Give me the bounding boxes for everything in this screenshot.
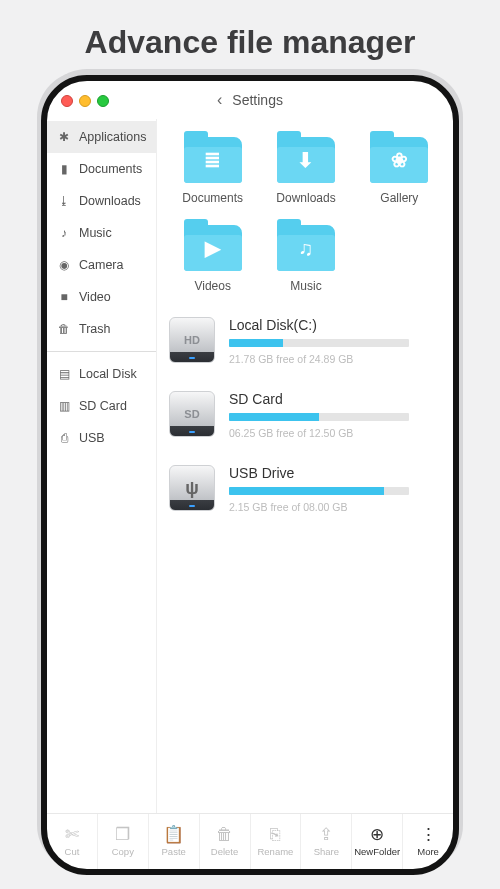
sidebar-item-label: Documents [79, 162, 142, 176]
drive-usb-drive[interactable]: ψUSB Drive2.15 GB free of 08.00 GB [169, 465, 443, 513]
bottom-toolbar: ✄Cut❐Copy📋Paste🗑Delete⎘Rename⇪Share⊕NewF… [47, 813, 453, 869]
folder-label: Gallery [356, 191, 443, 205]
sidebar-item-label: Video [79, 290, 111, 304]
sidebar-separator [47, 351, 156, 352]
sidebar-item-music[interactable]: ♪Music [47, 217, 156, 249]
tool-rename[interactable]: ⎘Rename [251, 814, 302, 869]
drive-name: Local Disk(C:) [229, 317, 443, 333]
sidebar-item-sd-card[interactable]: ▥SD Card [47, 390, 156, 422]
sidebar-item-label: Camera [79, 258, 123, 272]
main-pane: ≣Documents⬇Downloads❀Gallery▶Videos♫Musi… [157, 119, 453, 813]
drive-icon: HD [169, 317, 215, 363]
titlebar-label[interactable]: Settings [232, 92, 283, 108]
folder-label: Music [262, 279, 349, 293]
sidebar-item-trash[interactable]: 🗑Trash [47, 313, 156, 345]
downloads-glyph-icon: ⬇ [277, 137, 335, 183]
window-controls [61, 95, 109, 107]
drive-sd-card[interactable]: SDSD Card06.25 GB free of 12.50 GB [169, 391, 443, 439]
sidebar-item-label: Trash [79, 322, 111, 336]
gallery-glyph-icon: ❀ [370, 137, 428, 183]
promo-title: Advance file manager [0, 0, 500, 75]
tool-label: Cut [65, 846, 80, 857]
folder-icon: ⬇ [277, 137, 335, 183]
share-icon: ⇪ [319, 826, 333, 843]
folder-grid: ≣Documents⬇Downloads❀Gallery▶Videos♫Musi… [169, 129, 443, 299]
tool-cut[interactable]: ✄Cut [47, 814, 98, 869]
trash-icon: 🗑 [57, 322, 71, 336]
sidebar: ✱Applications▮Documents⭳Downloads♪Music◉… [47, 119, 157, 813]
copy-icon: ❐ [115, 826, 130, 843]
tool-newfolder[interactable]: ⊕NewFolder [352, 814, 403, 869]
drive-name: USB Drive [229, 465, 443, 481]
more-icon: ⋮ [420, 826, 437, 843]
drive-free-text: 21.78 GB free of 24.89 GB [229, 353, 443, 365]
folder-downloads[interactable]: ⬇Downloads [262, 129, 349, 211]
documents-glyph-icon: ≣ [184, 137, 242, 183]
tool-label: Copy [112, 846, 134, 857]
videos-glyph-icon: ▶ [184, 225, 242, 271]
phone-frame: ‹ Settings ✱Applications▮Documents⭳Downl… [41, 75, 459, 875]
tool-label: Rename [257, 846, 293, 857]
drive-name: SD Card [229, 391, 443, 407]
sidebar-item-label: Music [79, 226, 112, 240]
folder-videos[interactable]: ▶Videos [169, 217, 256, 299]
sidebar-item-label: Local Disk [79, 367, 137, 381]
folder-label: Downloads [262, 191, 349, 205]
folder-label: Documents [169, 191, 256, 205]
documents-icon: ▮ [57, 162, 71, 176]
applications-icon: ✱ [57, 130, 71, 144]
drive-list: HDLocal Disk(C:)21.78 GB free of 24.89 G… [169, 317, 443, 513]
local-disk-icon: ▤ [57, 367, 71, 381]
storage-bar [229, 487, 409, 495]
tool-label: Share [314, 846, 339, 857]
paste-icon: 📋 [163, 826, 184, 843]
sidebar-item-label: Applications [79, 130, 146, 144]
folder-gallery[interactable]: ❀Gallery [356, 129, 443, 211]
tool-label: More [417, 846, 439, 857]
tool-more[interactable]: ⋮More [403, 814, 453, 869]
back-icon[interactable]: ‹ [217, 91, 222, 109]
folder-documents[interactable]: ≣Documents [169, 129, 256, 211]
drive-local-disk[interactable]: HDLocal Disk(C:)21.78 GB free of 24.89 G… [169, 317, 443, 365]
cut-icon: ✄ [65, 826, 79, 843]
folder-music[interactable]: ♫Music [262, 217, 349, 299]
tool-delete[interactable]: 🗑Delete [200, 814, 251, 869]
rename-icon: ⎘ [270, 826, 280, 843]
delete-icon: 🗑 [216, 826, 233, 843]
tool-label: NewFolder [354, 846, 400, 857]
storage-bar [229, 339, 409, 347]
close-icon[interactable] [61, 95, 73, 107]
sidebar-item-applications[interactable]: ✱Applications [47, 121, 156, 153]
downloads-icon: ⭳ [57, 194, 71, 208]
folder-icon: ▶ [184, 225, 242, 271]
folder-label: Videos [169, 279, 256, 293]
folder-icon: ❀ [370, 137, 428, 183]
camera-icon: ◉ [57, 258, 71, 272]
drive-free-text: 2.15 GB free of 08.00 GB [229, 501, 443, 513]
newfolder-icon: ⊕ [370, 826, 384, 843]
drive-icon: ψ [169, 465, 215, 511]
minimize-icon[interactable] [79, 95, 91, 107]
tool-paste[interactable]: 📋Paste [149, 814, 200, 869]
sidebar-item-usb[interactable]: ⎙USB [47, 422, 156, 454]
sidebar-item-downloads[interactable]: ⭳Downloads [47, 185, 156, 217]
sd-card-icon: ▥ [57, 399, 71, 413]
folder-icon: ♫ [277, 225, 335, 271]
sidebar-item-label: SD Card [79, 399, 127, 413]
folder-icon: ≣ [184, 137, 242, 183]
sidebar-item-label: Downloads [79, 194, 141, 208]
sidebar-item-documents[interactable]: ▮Documents [47, 153, 156, 185]
video-icon: ■ [57, 290, 71, 304]
tool-copy[interactable]: ❐Copy [98, 814, 149, 869]
storage-bar [229, 413, 409, 421]
tool-share[interactable]: ⇪Share [301, 814, 352, 869]
sidebar-item-camera[interactable]: ◉Camera [47, 249, 156, 281]
sidebar-item-video[interactable]: ■Video [47, 281, 156, 313]
sidebar-item-local-disk[interactable]: ▤Local Disk [47, 358, 156, 390]
usb-icon: ⎙ [57, 431, 71, 445]
music-icon: ♪ [57, 226, 71, 240]
drive-icon: SD [169, 391, 215, 437]
music-glyph-icon: ♫ [277, 225, 335, 271]
tool-label: Paste [162, 846, 186, 857]
maximize-icon[interactable] [97, 95, 109, 107]
